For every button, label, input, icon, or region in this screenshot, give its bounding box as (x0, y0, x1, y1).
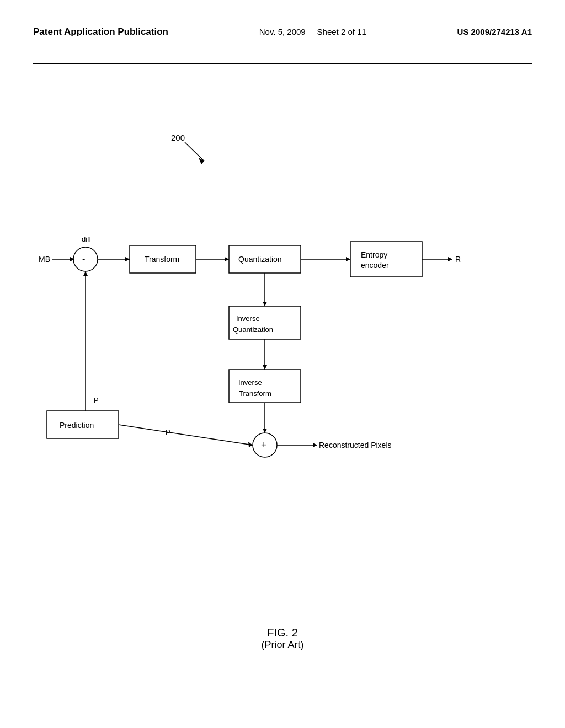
svg-marker-21 (248, 442, 253, 447)
svg-marker-17 (263, 429, 267, 433)
subtractor-circle (73, 247, 98, 271)
reconstructed-pixels-label: Reconstructed Pixels (319, 441, 392, 449)
page: Patent Application Publication Nov. 5, 2… (0, 0, 565, 728)
inv-transform-label-2: Transform (239, 389, 271, 398)
entropy-label-1: Entropy (361, 250, 387, 259)
header-date: Nov. 5, 2009 (259, 27, 306, 36)
entropy-label-2: encoder (361, 261, 389, 270)
fig-200-text: 200 (171, 133, 185, 142)
header-date-sheet: Nov. 5, 2009 Sheet 2 of 11 (259, 27, 366, 36)
inv-transform-label-1: Inverse (238, 378, 262, 387)
fig-caption-main: FIG. 2 (0, 627, 565, 639)
inverse-quantization-box (229, 306, 301, 339)
transform-label: Transform (145, 255, 179, 264)
svg-marker-11 (448, 257, 452, 261)
inv-quant-label-1: Inverse (236, 314, 260, 323)
header: Patent Application Publication Nov. 5, 2… (33, 26, 532, 38)
header-sheet: Sheet 2 of 11 (317, 27, 366, 36)
r-label: R (455, 255, 461, 264)
plus-sign: + (261, 440, 267, 451)
svg-line-20 (119, 425, 253, 445)
svg-marker-15 (263, 365, 267, 370)
inv-quant-label-2: Quantization (233, 325, 273, 334)
block-diagram: MB - diff Transform Quantization Entropy… (17, 204, 546, 474)
diff-label: diff (82, 235, 91, 243)
p-label-left: P (94, 396, 99, 404)
fig-caption-sub: (Prior Art) (0, 639, 565, 651)
header-divider (33, 63, 532, 64)
svg-marker-5 (125, 257, 130, 261)
prediction-label: Prediction (60, 421, 94, 430)
caption-area: FIG. 2 (Prior Art) (0, 627, 565, 651)
figure-200-label-area: 200 (166, 127, 232, 171)
svg-marker-7 (225, 257, 229, 261)
svg-marker-13 (263, 302, 267, 306)
mb-label: MB (39, 255, 50, 264)
svg-marker-19 (83, 271, 88, 276)
patent-number: US 2009/274213 A1 (457, 27, 532, 36)
quantization-label: Quantization (238, 255, 282, 264)
entropy-encoder-box (350, 242, 422, 277)
svg-marker-9 (346, 257, 350, 261)
svg-line-0 (185, 142, 204, 161)
minus-sign: - (82, 254, 85, 264)
p-label-right: P (166, 428, 170, 436)
publication-title: Patent Application Publication (33, 26, 168, 38)
svg-marker-23 (313, 443, 317, 447)
